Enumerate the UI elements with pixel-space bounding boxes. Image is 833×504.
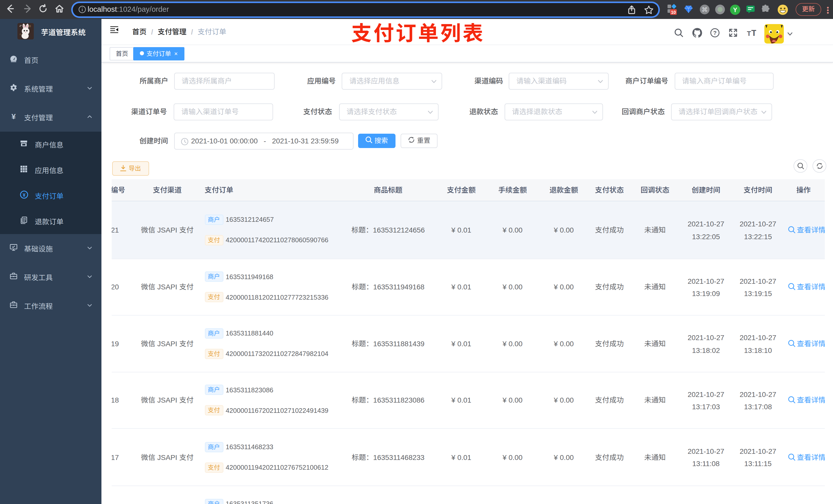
svg-text:¥: ¥ (11, 113, 16, 120)
svg-text:⌘: ⌘ (701, 6, 708, 13)
svg-text:Y: Y (733, 6, 737, 13)
svg-text:¥: ¥ (23, 192, 26, 198)
svg-text:?: ? (713, 30, 716, 36)
svg-text:T: T (747, 30, 751, 38)
svg-text:T: T (751, 28, 756, 38)
svg-text:10: 10 (671, 10, 676, 15)
